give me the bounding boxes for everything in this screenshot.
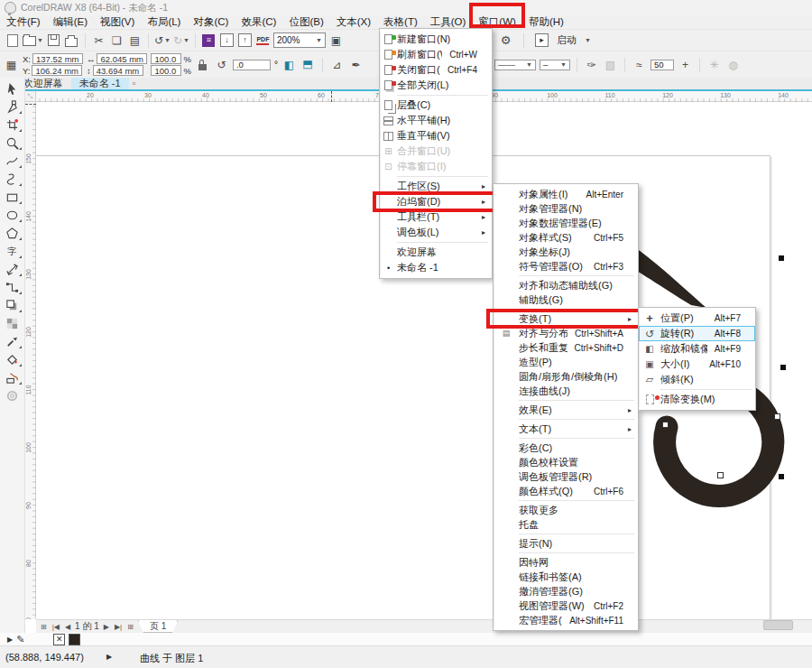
menu-item[interactable]: 刷新窗口(W)Ctrl+W (380, 47, 492, 62)
artistic-media-tool[interactable] (3, 170, 23, 188)
menu-item[interactable]: 获取更多 (494, 503, 638, 517)
menu-item[interactable]: 调色板(L)▸ (380, 225, 492, 240)
tab-document[interactable]: 未命名 -1 (71, 78, 129, 89)
menubar-item[interactable]: 表格(T) (377, 15, 424, 29)
menu-item[interactable]: 文本(T)▸ (494, 422, 638, 436)
interactive-fill-tool[interactable] (3, 350, 23, 368)
prev-page-icon[interactable]: ◀ (64, 623, 71, 631)
menu-item[interactable]: 泊坞窗(D)▸ (380, 194, 492, 209)
new-tab-icon[interactable]: ▫ (129, 78, 140, 89)
menu-item[interactable]: ◧缩放和镜像(S)Alt+F9 (639, 341, 755, 357)
polygon-tool[interactable] (3, 224, 23, 242)
height-field[interactable]: 43.694 mm (93, 65, 143, 76)
menu-item[interactable]: 视图管理器(W)Ctrl+F2 (494, 598, 638, 613)
menu-item[interactable]: ▤对齐与分布(A)Ctrl+Shift+A (494, 326, 638, 340)
menu-item[interactable]: 托盘 (494, 517, 638, 532)
pick-tool[interactable] (3, 79, 23, 97)
page-tab[interactable]: 页 1 (138, 620, 178, 633)
menu-item[interactable]: 新建窗口(N) (380, 32, 492, 47)
mirror-vertical-icon[interactable]: ◧ (300, 57, 316, 72)
print-icon[interactable] (64, 32, 79, 49)
menu-item[interactable]: 对齐和动态辅助线(G) (494, 278, 638, 292)
menu-item[interactable]: 全部关闭(L) (380, 78, 492, 93)
scale-y-field[interactable]: 100.0 (151, 65, 181, 76)
menubar-item[interactable]: 文件(F) (0, 15, 47, 29)
menu-item[interactable]: 彩色(C) (494, 441, 638, 455)
ellipse-tool[interactable] (3, 206, 23, 224)
menubar-item[interactable]: 窗口(W) (472, 15, 522, 29)
menubar-item[interactable]: 视图(V) (94, 15, 141, 29)
first-page-icon[interactable]: |◀ (51, 623, 60, 631)
menu-item[interactable]: 步长和重复(T)Ctrl+Shift+D (494, 340, 638, 355)
zoom-tool[interactable] (3, 134, 23, 152)
menu-item[interactable]: 因特网 (494, 555, 638, 570)
flyout-arrow-icon[interactable]: ▶ (7, 636, 13, 644)
menubar-item[interactable]: 对象(C) (187, 15, 235, 29)
rectangle-tool[interactable] (3, 188, 23, 206)
menu-item[interactable]: •未命名 -1 (380, 260, 492, 275)
nodes-icon[interactable]: ⊿ (329, 57, 345, 73)
launch-caret-icon[interactable]: ▼ (585, 37, 591, 43)
menu-item[interactable]: ▣大小(I)Alt+F10 (639, 357, 755, 372)
menu-item[interactable]: 变换(T)▸ (494, 311, 638, 326)
copy-icon[interactable]: ❏ (109, 32, 125, 49)
menu-item[interactable]: 对象属性(I)Alt+Enter (494, 187, 638, 201)
selection-handle[interactable] (780, 365, 786, 370)
undo-icon[interactable]: ↺▼ (154, 32, 171, 49)
menu-item[interactable]: 对象管理器(N) (494, 201, 638, 216)
outline-color-swatch[interactable]: ✕ (53, 634, 65, 645)
x-position-field[interactable]: 137.52 mm (32, 53, 83, 64)
width-field[interactable]: 62.045 mm (97, 53, 147, 64)
menu-item[interactable]: 垂直平铺(V) (380, 128, 492, 144)
launch-icon[interactable]: ▸ (534, 32, 549, 49)
outline-style-select[interactable]: ——▼ (494, 60, 536, 70)
menu-item[interactable]: 层叠(C) (380, 97, 492, 113)
menu-item[interactable]: 工作区(S)▸ (380, 179, 492, 194)
smart-fill-tool[interactable] (3, 368, 23, 386)
menu-item[interactable]: +位置(P)Alt+F7 (639, 311, 755, 326)
launch-label[interactable]: 启动 (557, 33, 577, 47)
cut-icon[interactable]: ✂ (91, 32, 106, 49)
pen-nib-icon[interactable]: ✒ (348, 57, 364, 73)
menubar-item[interactable]: 布局(L) (141, 15, 187, 29)
next-page-icon[interactable]: ▶ (103, 623, 110, 631)
menu-item[interactable]: 圆角/扇形角/倒棱角(H) (494, 369, 638, 384)
menubar-item[interactable]: 位图(B) (282, 15, 329, 29)
menu-item[interactable]: 提示(N) (494, 536, 638, 551)
selection-handle[interactable] (779, 255, 784, 261)
curve-node[interactable] (774, 413, 780, 420)
curve-node[interactable] (717, 472, 724, 478)
add-page-icon[interactable]: ⊞ (40, 623, 48, 631)
options-gear-icon[interactable]: ⚙ (498, 32, 513, 49)
menu-item[interactable]: 水平平铺(H) (380, 113, 492, 128)
curve-node[interactable] (662, 422, 669, 428)
search-content-icon[interactable]: ≡ (201, 32, 217, 49)
menu-item[interactable]: ▱倾斜(K) (639, 372, 755, 387)
dimension-tool[interactable] (3, 260, 23, 278)
menu-item[interactable]: 符号管理器(O)Ctrl+F3 (494, 259, 638, 274)
smoothing-plus-icon[interactable]: + (678, 57, 693, 73)
menu-item[interactable]: 链接和书签(A) (494, 570, 638, 584)
add-page-end-icon[interactable]: ⊞ (126, 623, 134, 631)
menu-item[interactable]: 宏管理器(M)Alt+Shift+F11 (494, 613, 638, 627)
ruler-origin-button[interactable]: ⤡ (25, 91, 36, 102)
text-tool[interactable]: 字 (3, 242, 23, 260)
export-icon[interactable]: ↑ (237, 32, 253, 49)
color-eyedropper-tool[interactable] (3, 332, 23, 350)
menu-item[interactable]: 对象坐标(J) (494, 245, 638, 259)
freehand-tool[interactable] (3, 152, 23, 170)
drop-shadow-tool[interactable] (3, 296, 23, 314)
menu-item[interactable]: 对象数据管理器(E) (494, 216, 638, 230)
menu-item[interactable]: 调色板管理器(R) (494, 469, 638, 484)
horizontal-scrollbar-thumb[interactable] (763, 620, 793, 630)
vertical-ruler[interactable]: 15014013012011010090807060 (25, 102, 36, 619)
pen-settings-icon[interactable]: ✑ (584, 57, 599, 73)
status-flyout-icon[interactable]: ▶ (106, 653, 112, 661)
new-document-icon[interactable] (5, 32, 20, 49)
menu-item[interactable]: 连接曲线(J) (494, 384, 638, 398)
fullscreen-preview-icon[interactable]: ▣ (328, 32, 344, 49)
menu-item[interactable]: 清除变换(M) (639, 392, 755, 407)
fill-color-swatch[interactable] (69, 634, 80, 645)
publish-pdf-icon[interactable]: PDF (255, 32, 271, 49)
connector-tool[interactable] (3, 278, 23, 296)
